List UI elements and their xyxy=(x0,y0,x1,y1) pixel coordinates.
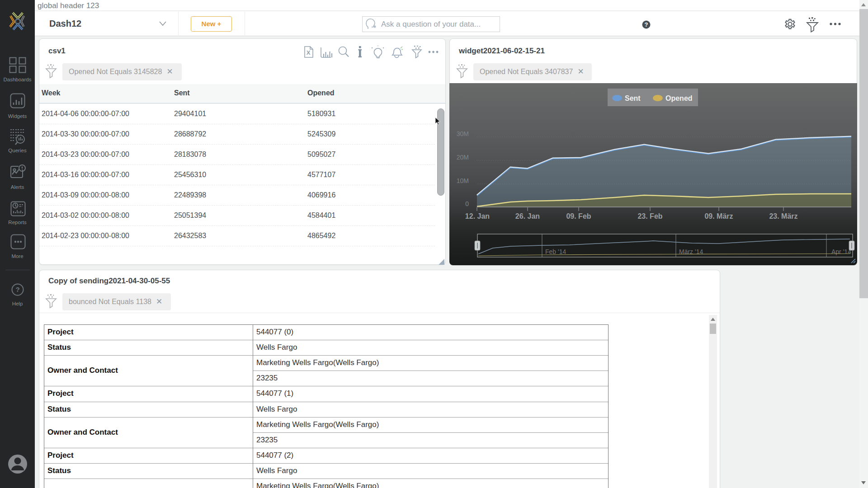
svg-text:?: ? xyxy=(15,286,19,293)
svg-text:X: X xyxy=(307,49,311,56)
svg-text:Sent: Sent xyxy=(625,94,641,102)
svg-text:09. März: 09. März xyxy=(704,212,733,220)
svg-text:09. Feb: 09. Feb xyxy=(566,212,591,220)
svg-text:30M: 30M xyxy=(457,130,469,137)
svg-text:Opened: Opened xyxy=(665,94,693,102)
svg-text:Apr '14: Apr '14 xyxy=(831,248,851,255)
svg-text:Feb '14: Feb '14 xyxy=(545,248,566,255)
svg-text:23. März: 23. März xyxy=(769,212,797,220)
svg-text:26. Jan: 26. Jan xyxy=(515,212,540,220)
svg-text:10M: 10M xyxy=(457,177,469,184)
svg-text:0: 0 xyxy=(465,200,469,207)
svg-text:23. Feb: 23. Feb xyxy=(637,212,662,220)
svg-text:?: ? xyxy=(645,21,648,28)
svg-text:20M: 20M xyxy=(457,154,469,161)
svg-text:12. Jan: 12. Jan xyxy=(465,212,490,220)
